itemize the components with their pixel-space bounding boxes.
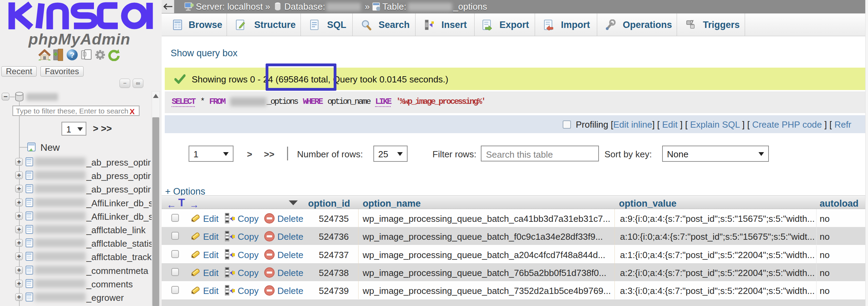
svg-text:?: ? <box>70 51 74 59</box>
